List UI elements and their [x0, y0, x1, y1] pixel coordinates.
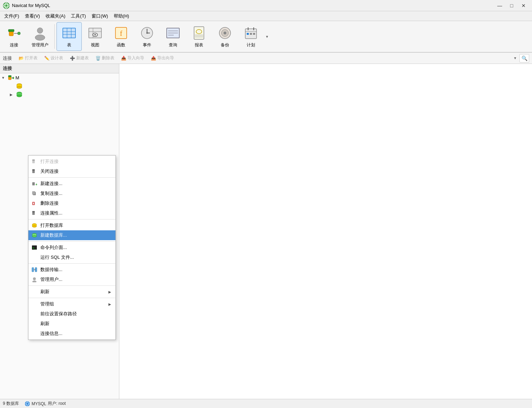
- db1-icon: [16, 83, 22, 89]
- window-controls: — □ ✕: [494, 2, 529, 9]
- db2-label: [24, 92, 25, 97]
- db-item-2[interactable]: ▶: [7, 90, 119, 99]
- content-area: [119, 64, 532, 399]
- table-icon: [61, 25, 77, 41]
- toolbar-report[interactable]: 报表: [186, 22, 212, 51]
- db1-expand: [10, 84, 15, 88]
- svg-point-72: [32, 226, 36, 228]
- ctx-close-connection[interactable]: 关闭连接: [28, 166, 115, 176]
- ctx-run-sql-label: 运行 SQL 文件...: [40, 254, 111, 261]
- action-search-button[interactable]: 🔍: [519, 54, 529, 62]
- db-item-1[interactable]: [7, 82, 119, 90]
- delete-table-icon: 🗑️: [95, 55, 101, 61]
- toolbar-function[interactable]: f 函数: [108, 22, 134, 51]
- report-label: 报表: [195, 42, 203, 48]
- command-line-icon: >_: [31, 244, 38, 251]
- toolbar-backup[interactable]: 备份: [212, 22, 238, 51]
- ctx-open-database[interactable]: 打开数据库: [28, 221, 115, 230]
- menu-bar: 文件(F) 查看(V) 收藏夹(A) 工具(T) 窗口(W) 帮助(H): [0, 11, 532, 21]
- action-section-label: 连接: [3, 55, 12, 61]
- delete-connection-icon: [31, 200, 38, 206]
- query-icon: [165, 25, 181, 41]
- minimize-button[interactable]: —: [494, 2, 505, 9]
- svg-point-35: [224, 32, 226, 34]
- ctx-run-sql[interactable]: 运行 SQL 文件...: [28, 252, 115, 262]
- view-label: 视图: [91, 42, 99, 48]
- run-sql-icon: [31, 254, 38, 261]
- ctx-set-save-path[interactable]: 前往设置保存路径: [28, 309, 115, 319]
- menu-file[interactable]: 文件(F): [1, 12, 22, 20]
- mysql-label: MYSQL: [32, 401, 46, 406]
- svg-point-24: [146, 32, 148, 34]
- app-icon: [3, 2, 10, 9]
- ctx-manage-groups[interactable]: 管理组 ▶: [28, 299, 115, 309]
- toolbar-schedule[interactable]: 计划: [238, 22, 264, 51]
- svg-text:f: f: [120, 29, 122, 37]
- svg-rect-60: [32, 169, 35, 171]
- toolbar-more[interactable]: ▼: [264, 22, 270, 51]
- action-design-table[interactable]: ✏️ 设计表: [41, 54, 66, 62]
- action-import-wizard[interactable]: 📥 导入向导: [118, 54, 147, 62]
- app-title: Navicat for MySQL: [12, 3, 494, 8]
- menu-favorites[interactable]: 收藏夹(A): [43, 12, 68, 20]
- sidebar-header: 连接: [0, 64, 119, 73]
- close-button[interactable]: ✕: [518, 2, 529, 9]
- ctx-connection-info-label: 连接信息...: [40, 330, 111, 337]
- ctx-refresh2-label: 刷新: [40, 321, 111, 327]
- expand-icon: ▼: [1, 76, 6, 80]
- svg-point-88: [25, 401, 30, 406]
- ctx-refresh2[interactable]: 刷新: [28, 319, 115, 329]
- new-table-icon: ➕: [69, 55, 75, 61]
- ctx-open-connection[interactable]: 打开连接: [28, 157, 115, 166]
- ctx-refresh-sub[interactable]: 刷新 ▶: [28, 287, 115, 297]
- ctx-manage-users[interactable]: 管理用户...: [28, 275, 115, 284]
- ctx-new-connection[interactable]: + 新建连接...: [28, 179, 115, 189]
- manage-users-ctx-icon: [31, 276, 38, 283]
- event-icon: [139, 25, 155, 41]
- import-wizard-label: 导入向导: [127, 55, 144, 61]
- table-label: 表: [67, 42, 71, 48]
- svg-point-86: [33, 277, 36, 280]
- action-export-wizard[interactable]: 📤 导出向导: [148, 54, 177, 62]
- ctx-connection-info[interactable]: 连接信息...: [28, 329, 115, 338]
- ctx-new-database[interactable]: 新建数据库...: [28, 230, 115, 240]
- svg-point-54: [17, 95, 22, 97]
- toolbar-query[interactable]: 查询: [160, 22, 186, 51]
- export-wizard-icon: 📤: [151, 55, 156, 61]
- ctx-command-line-label: 命令列介面...: [40, 244, 111, 251]
- ctx-delete-connection[interactable]: 删除连接: [28, 198, 115, 208]
- db2-expand: ▶: [10, 93, 15, 97]
- action-dropdown[interactable]: ▼: [512, 54, 519, 62]
- action-bar: 连接 📂 打开表 ✏️ 设计表 ➕ 新建表 🗑️ 删除表 📥 导入向导 📤 导出…: [0, 53, 532, 64]
- maximize-button[interactable]: □: [506, 2, 517, 9]
- toolbar-manage-users[interactable]: 管理用户: [27, 22, 53, 51]
- ctx-copy-connection[interactable]: 复制连接...: [28, 189, 115, 198]
- ctx-connection-props[interactable]: 连接属性...: [28, 208, 115, 218]
- menu-tools[interactable]: 工具(T): [68, 12, 89, 20]
- design-table-icon: ✏️: [44, 55, 49, 61]
- action-delete-table[interactable]: 🗑️ 删除表: [92, 54, 117, 62]
- svg-rect-44: [8, 75, 11, 77]
- svg-rect-41: [250, 33, 252, 35]
- ctx-open-connection-label: 打开连接: [40, 158, 111, 165]
- menu-window[interactable]: 窗口(W): [89, 12, 111, 20]
- svg-rect-9: [63, 28, 75, 38]
- action-open-table[interactable]: 📂 打开表: [15, 54, 40, 62]
- ctx-data-transfer[interactable]: 数据传输...: [28, 265, 115, 275]
- refresh-sub-icon: [31, 289, 38, 295]
- ctx-command-line[interactable]: >_ 命令列介面...: [28, 243, 115, 252]
- context-menu: 打开连接 关闭连接 +: [28, 155, 116, 340]
- toolbar-connect[interactable]: 连接: [1, 22, 27, 51]
- toolbar-event[interactable]: 事件: [134, 22, 160, 51]
- ctx-open-database-label: 打开数据库: [40, 222, 111, 229]
- menu-help[interactable]: 帮助(H): [111, 12, 132, 20]
- toolbar-table[interactable]: 表: [56, 22, 82, 51]
- toolbar-view[interactable]: 视图: [82, 22, 108, 51]
- connection-props-icon: [31, 210, 38, 216]
- svg-rect-69: [32, 211, 35, 212]
- menu-view[interactable]: 查看(V): [22, 12, 43, 20]
- connection-item[interactable]: ▼ M: [0, 73, 119, 82]
- open-connection-icon: [31, 158, 38, 165]
- connection-label: M: [15, 75, 19, 80]
- action-new-table[interactable]: ➕ 新建表: [67, 54, 92, 62]
